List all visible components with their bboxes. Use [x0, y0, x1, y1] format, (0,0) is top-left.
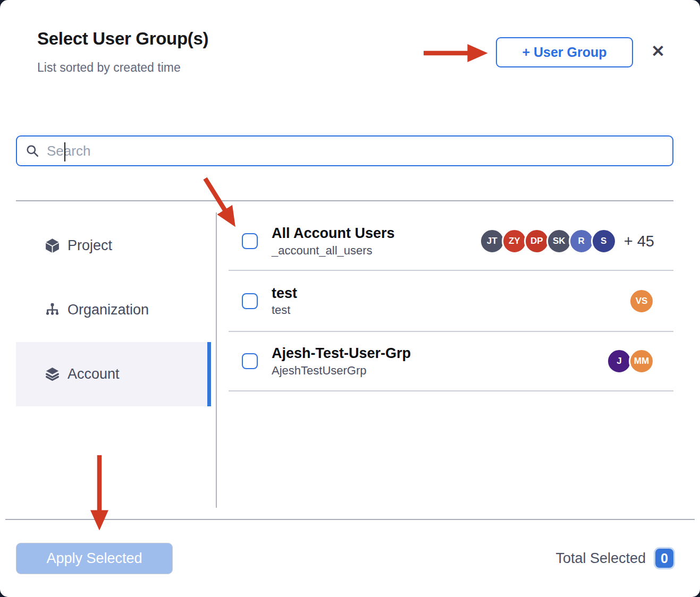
group-row-ajesh-test-user-grp[interactable]: Ajesh-Test-User-Grp AjeshTestUserGrp J M… — [229, 332, 673, 391]
user-group-list: All Account Users _account_all_users JT … — [229, 212, 673, 391]
group-id: AjeshTestUserGrp — [272, 364, 411, 378]
search-bar — [16, 135, 673, 166]
avatar: MM — [629, 348, 654, 374]
sidebar-item-project[interactable]: Project — [16, 214, 211, 278]
avatar: ZY — [502, 228, 527, 254]
divider — [16, 200, 673, 201]
apply-selected-button[interactable]: Apply Selected — [16, 543, 173, 574]
sidebar-item-label: Account — [68, 366, 120, 382]
search-icon — [26, 144, 39, 158]
avatar-group: JT ZY DP SK R S + 45 — [479, 228, 654, 254]
group-name: Ajesh-Test-User-Grp — [272, 345, 411, 362]
avatar: S — [591, 228, 617, 254]
group-checkbox[interactable] — [242, 233, 258, 249]
cube-icon — [44, 237, 61, 254]
avatar: J — [606, 348, 632, 374]
group-row-all-account-users[interactable]: All Account Users _account_all_users JT … — [229, 212, 673, 271]
text-caret — [64, 142, 65, 161]
add-user-group-button[interactable]: + User Group — [496, 37, 633, 67]
group-id: _account_all_users — [272, 244, 395, 258]
select-user-group-modal: Select User Group(s) List sorted by crea… — [0, 0, 700, 597]
avatar: VS — [629, 288, 654, 314]
total-selected-label: Total Selected — [555, 550, 646, 567]
group-checkbox[interactable] — [242, 293, 258, 309]
avatar-group: VS — [629, 288, 654, 314]
group-row-test[interactable]: test test VS — [229, 271, 673, 332]
group-names: test test — [272, 285, 297, 317]
search-input[interactable] — [47, 137, 672, 165]
group-names: Ajesh-Test-User-Grp AjeshTestUserGrp — [272, 345, 411, 377]
divider — [5, 519, 695, 520]
total-selected: Total Selected 0 — [555, 547, 673, 569]
group-name: All Account Users — [272, 225, 395, 242]
group-names: All Account Users _account_all_users — [272, 225, 395, 257]
group-name: test — [272, 285, 297, 302]
group-checkbox[interactable] — [242, 353, 258, 369]
sidebar-item-account[interactable]: Account — [16, 342, 211, 406]
close-icon[interactable]: ✕ — [647, 40, 669, 62]
sidebar-item-organization[interactable]: Organization — [16, 278, 211, 342]
modal-subtitle: List sorted by created time — [37, 61, 181, 75]
avatar: R — [569, 228, 594, 254]
avatar: SK — [546, 228, 572, 254]
arrow-to-first-checkbox — [205, 178, 225, 211]
avatar-group: J MM — [606, 348, 654, 374]
layers-icon — [44, 366, 61, 382]
group-id: test — [272, 303, 297, 317]
sidebar-item-label: Project — [68, 237, 112, 254]
avatar: JT — [479, 228, 505, 254]
scope-sidebar: Project Organization — [16, 214, 211, 406]
avatar: DP — [524, 228, 550, 254]
avatar-overflow-count: + 45 — [624, 233, 654, 250]
sidebar-item-label: Organization — [68, 302, 149, 318]
page-title: Select User Group(s) — [37, 29, 208, 49]
org-chart-icon — [44, 302, 61, 318]
divider — [216, 212, 217, 508]
total-selected-badge: 0 — [655, 549, 673, 568]
